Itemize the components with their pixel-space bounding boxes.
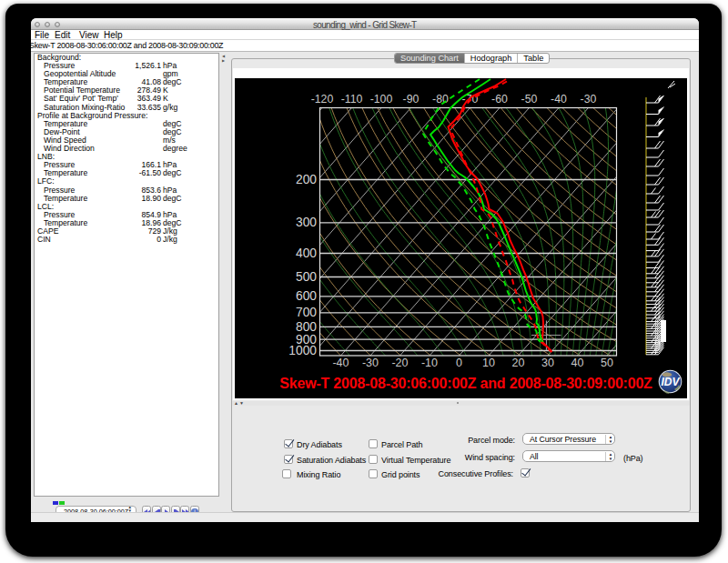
svg-text:1000: 1000: [288, 344, 317, 357]
svg-text:-80: -80: [432, 93, 449, 106]
svg-text:300: 300: [296, 216, 317, 229]
svg-text:200: 200: [296, 173, 317, 186]
svg-text:-90: -90: [403, 93, 420, 106]
svg-text:50: 50: [601, 357, 613, 369]
svg-text:-60: -60: [491, 93, 508, 106]
svg-text:40: 40: [571, 357, 584, 369]
svg-text:600: 600: [296, 289, 317, 303]
svg-text:-110: -110: [341, 93, 363, 106]
svg-text:700: 700: [296, 306, 317, 319]
svg-text:-40: -40: [551, 93, 567, 106]
svg-text:-50: -50: [521, 93, 538, 106]
svg-text:500: 500: [296, 270, 317, 284]
svg-text:30: 30: [541, 357, 554, 369]
svg-text:20: 20: [512, 357, 525, 369]
svg-text:-120: -120: [311, 93, 334, 106]
svg-text:-30: -30: [581, 93, 597, 106]
svg-text:-20: -20: [391, 357, 408, 369]
svg-text:IDV: IDV: [661, 376, 680, 388]
svg-text:0: 0: [456, 357, 462, 369]
svg-text:800: 800: [296, 320, 317, 334]
svg-text:-30: -30: [362, 357, 379, 369]
svg-text:-100: -100: [370, 93, 393, 106]
svg-text:-40: -40: [332, 357, 349, 369]
svg-text:10: 10: [482, 357, 495, 369]
svg-text:400: 400: [296, 246, 317, 260]
svg-text:-10: -10: [421, 357, 438, 369]
svg-text:Skew-T 2008-08-30:06:00:00Z an: Skew-T 2008-08-30:06:00:00Z and 2008-08-…: [279, 376, 652, 391]
